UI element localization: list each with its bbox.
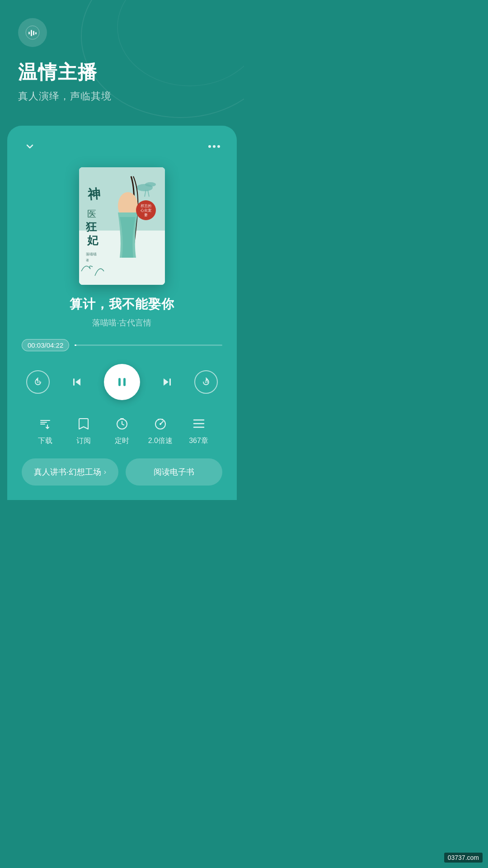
skip-next-button[interactable] xyxy=(156,371,178,393)
progress-track[interactable] xyxy=(75,344,222,346)
timer-label: 定时 xyxy=(115,436,129,446)
ebook-button[interactable]: 阅读电子书 xyxy=(126,458,222,486)
speed-label: 2.0倍速 xyxy=(148,436,173,446)
speed-icon xyxy=(151,415,169,433)
svg-point-18 xyxy=(145,182,156,187)
skip-previous-button[interactable] xyxy=(66,371,88,393)
app-logo[interactable] xyxy=(18,18,47,47)
svg-text:15: 15 xyxy=(37,380,40,383)
svg-text:15: 15 xyxy=(205,380,208,383)
svg-text:落喵喵: 落喵喵 xyxy=(86,252,97,256)
svg-text:医: 医 xyxy=(87,209,96,219)
chapters-label: 367章 xyxy=(189,436,208,446)
progress-fill xyxy=(75,344,76,346)
narration-label: 真人讲书·幻想工场 xyxy=(34,467,101,477)
svg-rect-36 xyxy=(169,378,171,386)
svg-point-43 xyxy=(160,423,161,425)
clock-icon xyxy=(113,415,131,433)
svg-point-13 xyxy=(217,145,220,148)
narration-button[interactable]: 真人讲书·幻想工场 › xyxy=(22,458,118,486)
bookmark-icon xyxy=(75,415,93,433)
svg-text:神: 神 xyxy=(87,187,101,202)
svg-point-6 xyxy=(26,26,39,39)
play-pause-button[interactable] xyxy=(104,364,140,400)
rewind-button[interactable]: 15 xyxy=(26,370,50,394)
time-display: 00:03/04:22 xyxy=(22,339,69,351)
book-title: 算计，我不能娶你 xyxy=(22,296,222,313)
player-card: 邪王的 心尖宠 妻 神 医 狂 妃 落喵喵 著 算计，我不能娶你 落喵喵·古代言… xyxy=(7,126,237,500)
playback-controls: 15 xyxy=(22,364,222,400)
svg-rect-10 xyxy=(35,32,37,34)
more-options-button[interactable] xyxy=(206,138,222,155)
collapse-button[interactable] xyxy=(22,138,38,155)
card-header xyxy=(22,138,222,155)
speed-action[interactable]: 2.0倍速 xyxy=(147,415,174,446)
bottom-buttons: 真人讲书·幻想工场 › 阅读电子书 xyxy=(22,458,222,486)
timer-action[interactable]: 定时 xyxy=(108,415,136,446)
chapters-action[interactable]: 367章 xyxy=(185,415,212,446)
ebook-label: 阅读电子书 xyxy=(154,467,194,477)
svg-text:心尖宠: 心尖宠 xyxy=(140,208,151,212)
download-action[interactable]: 下载 xyxy=(32,415,59,446)
action-bar: 下载 订阅 定时 xyxy=(22,415,222,446)
svg-rect-8 xyxy=(31,30,32,36)
svg-text:狂: 狂 xyxy=(85,221,97,233)
svg-text:妻: 妻 xyxy=(144,213,148,217)
download-label: 下载 xyxy=(38,436,52,446)
svg-point-11 xyxy=(208,145,211,148)
book-cover-container: 邪王的 心尖宠 妻 神 医 狂 妃 落喵喵 著 xyxy=(22,167,222,285)
svg-text:著: 著 xyxy=(86,259,89,262)
svg-rect-35 xyxy=(123,378,126,386)
page-subtitle: 真人演绎，声临其境 xyxy=(18,90,226,103)
svg-rect-33 xyxy=(73,378,75,386)
svg-point-12 xyxy=(213,145,216,148)
svg-rect-9 xyxy=(33,31,34,35)
svg-text:邪王的: 邪王的 xyxy=(141,204,151,208)
list-icon xyxy=(190,415,208,433)
subscribe-label: 订阅 xyxy=(76,436,91,446)
download-icon xyxy=(36,415,54,433)
narration-arrow: › xyxy=(104,468,106,476)
svg-text:妃: 妃 xyxy=(87,235,99,246)
svg-rect-7 xyxy=(28,32,30,34)
forward-button[interactable]: 15 xyxy=(194,370,218,394)
svg-rect-34 xyxy=(118,378,121,386)
book-meta: 落喵喵·古代言情 xyxy=(22,317,222,328)
progress-area[interactable]: 00:03/04:22 xyxy=(22,339,222,351)
subscribe-action[interactable]: 订阅 xyxy=(70,415,97,446)
page-title: 温情主播 xyxy=(18,60,226,85)
book-cover: 邪王的 心尖宠 妻 神 医 狂 妃 落喵喵 著 xyxy=(79,167,165,285)
